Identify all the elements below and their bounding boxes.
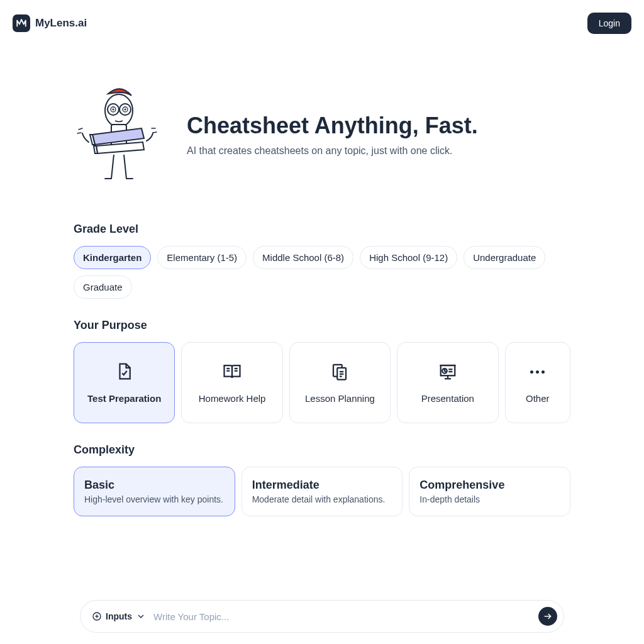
complexity-label: Complexity xyxy=(74,443,570,457)
purpose-label-text: Lesson Planning xyxy=(305,393,375,404)
logo-mark-icon xyxy=(13,14,30,32)
logo[interactable]: MyLens.ai xyxy=(13,14,87,32)
complexity-title: Intermediate xyxy=(252,479,392,492)
topic-input[interactable] xyxy=(153,611,531,622)
input-bar: Inputs xyxy=(80,600,564,633)
header: MyLens.ai Login xyxy=(0,0,644,47)
inputs-dropdown-button[interactable]: Inputs xyxy=(92,611,146,621)
purpose-card-presentation[interactable]: Presentation xyxy=(397,342,498,423)
hero-illustration xyxy=(74,84,168,185)
complexity-card-comprehensive[interactable]: Comprehensive In-depth details xyxy=(409,467,570,516)
complexity-desc: High-level overview with key points. xyxy=(84,494,225,504)
purpose-card-homework-help[interactable]: Homework Help xyxy=(181,342,282,423)
purpose-card-test-preparation[interactable]: Test Preparation xyxy=(74,342,175,423)
complexity-options: Basic High-level overview with key point… xyxy=(74,467,570,516)
complexity-card-intermediate[interactable]: Intermediate Moderate detail with explan… xyxy=(242,467,403,516)
plus-circle-icon xyxy=(92,611,102,621)
clipboard-document-icon xyxy=(330,362,350,382)
purpose-label-text: Test Preparation xyxy=(87,393,161,404)
arrow-right-icon xyxy=(543,611,553,621)
grade-pill-kindergarten[interactable]: Kindergarten xyxy=(74,246,151,269)
dots-icon xyxy=(528,362,548,382)
purpose-label-text: Other xyxy=(526,393,550,404)
grade-pill-undergraduate[interactable]: Undergraduate xyxy=(464,246,545,269)
grade-pill-elementary[interactable]: Elementary (1-5) xyxy=(157,246,247,269)
svg-point-7 xyxy=(125,109,126,111)
presentation-screen-icon xyxy=(438,362,458,382)
grade-pill-high-school[interactable]: High School (9-12) xyxy=(360,246,457,269)
grade-level-section: Grade Level Kindergarten Elementary (1-5… xyxy=(74,223,570,299)
grade-level-label: Grade Level xyxy=(74,223,570,236)
chevron-down-icon xyxy=(136,611,146,621)
grade-pill-graduate[interactable]: Graduate xyxy=(74,275,132,299)
book-open-icon xyxy=(222,362,242,382)
grade-pill-middle-school[interactable]: Middle School (6-8) xyxy=(253,246,353,269)
hero-text: Cheatsheet Anything, Fast. AI that creat… xyxy=(187,113,478,157)
purpose-label-text: Homework Help xyxy=(199,393,266,404)
complexity-desc: In-depth details xyxy=(419,494,560,504)
complexity-section: Complexity Basic High-level overview wit… xyxy=(74,443,570,516)
complexity-desc: Moderate detail with explanations. xyxy=(252,494,392,504)
grade-level-options: Kindergarten Elementary (1-5) Middle Sch… xyxy=(74,246,570,299)
complexity-card-basic[interactable]: Basic High-level overview with key point… xyxy=(74,467,235,516)
purpose-section: Your Purpose Test Preparation xyxy=(74,319,570,423)
main-content: Cheatsheet Anything, Fast. AI that creat… xyxy=(74,84,570,612)
complexity-title: Basic xyxy=(84,479,225,492)
purpose-label: Your Purpose xyxy=(74,319,570,332)
purpose-options: Test Preparation Homework Help xyxy=(74,342,570,423)
svg-line-9 xyxy=(111,155,114,179)
inputs-label: Inputs xyxy=(106,611,132,621)
svg-point-5 xyxy=(113,109,114,111)
logo-text: MyLens.ai xyxy=(35,17,87,30)
document-check-icon xyxy=(114,362,135,382)
login-button[interactable]: Login xyxy=(587,13,631,34)
page-title: Cheatsheet Anything, Fast. xyxy=(187,113,478,139)
complexity-title: Comprehensive xyxy=(419,479,560,492)
purpose-card-lesson-planning[interactable]: Lesson Planning xyxy=(289,342,391,423)
hero: Cheatsheet Anything, Fast. AI that creat… xyxy=(74,84,570,185)
page-subtitle: AI that creates cheatsheets on any topic… xyxy=(187,145,478,157)
purpose-label-text: Presentation xyxy=(421,393,474,404)
purpose-card-other[interactable]: Other xyxy=(505,342,571,423)
submit-button[interactable] xyxy=(538,607,557,626)
svg-line-10 xyxy=(124,155,126,179)
